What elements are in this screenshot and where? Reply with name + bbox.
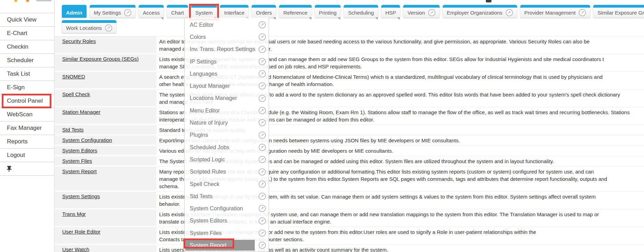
sidebar-item[interactable]: Fax Manager [0,121,54,135]
popout-arrow-icon[interactable] [259,242,266,249]
tab[interactable]: Printing [315,5,341,18]
popout-arrow-icon[interactable] [259,168,266,176]
tab[interactable]: Work Locations [62,20,116,33]
tab[interactable]: Admin [62,5,87,18]
tab[interactable]: Scheduling [344,5,378,18]
sidebar-item[interactable]: Task List [0,67,54,81]
sidebar-item[interactable]: Control Panel [0,94,54,108]
menu-item[interactable]: Layout Manager [185,80,269,92]
menu-item[interactable]: System Configuration [185,202,269,215]
pushpin-icon[interactable] [7,166,11,172]
editor-link[interactable]: Trans Mgr [62,211,86,217]
tab[interactable]: HSP [381,5,400,18]
tab[interactable]: Reference [279,5,311,18]
editor-link-cell: Std Tests [55,125,156,135]
menu-item-label: System Report [190,242,227,249]
menu-item[interactable]: Nature of Injury [185,117,269,129]
editor-link[interactable]: Std Tests [62,127,83,133]
menu-item[interactable]: Scripted Rules [185,166,269,178]
editor-link[interactable]: System Settings [62,193,100,199]
popout-arrow-icon[interactable] [259,217,266,225]
menu-item[interactable]: Inv. Trans. Report Settings [185,43,269,56]
tab-label: Provider Management [524,10,576,16]
menu-item-label: AC Editor [190,22,213,28]
sidebar-item[interactable]: Scheduler [0,54,54,67]
sidebar-item[interactable]: E-Chart [0,27,54,40]
editor-link[interactable]: SNOMED [62,74,85,79]
popout-arrow-icon[interactable] [259,229,266,237]
popout-arrow-icon[interactable] [259,180,266,188]
sidebar-item[interactable]: Checkin [0,40,54,54]
sidebar-item[interactable]: E-Sign [0,81,54,94]
table-row: Std Tests Standard tests used to assure … [55,125,644,135]
menu-item[interactable]: Plugins [185,129,269,141]
menu-item[interactable]: Locations Manager [185,92,269,104]
menu-item[interactable]: System Editors [185,215,269,227]
editor-link[interactable]: User Watch [62,246,89,252]
popout-arrow-icon[interactable] [506,9,513,16]
menu-item[interactable]: Spell Check [185,178,269,190]
tab[interactable]: Provider Management [520,5,590,18]
popout-arrow-icon[interactable] [259,58,266,65]
menu-item[interactable]: Languages [185,68,269,80]
popout-arrow-icon[interactable] [124,9,131,16]
menu-item-label: Scripted Rules [190,169,226,175]
popout-arrow-icon[interactable] [579,9,586,16]
editor-link[interactable]: Similar Exposure Groups (SEGs) [62,56,139,62]
popout-arrow-icon[interactable] [105,24,112,32]
popout-arrow-icon[interactable] [259,144,266,151]
editor-link[interactable]: Spell Check [62,91,90,97]
menu-item[interactable]: Colors [185,31,269,43]
menu-item-label: IP Settings [190,59,217,65]
editor-link[interactable]: System Editors [62,148,97,153]
popout-arrow-icon[interactable] [259,70,266,77]
popout-arrow-icon[interactable] [428,9,435,16]
editor-link[interactable]: System Configuration [62,137,112,143]
popout-arrow-icon[interactable] [259,107,266,114]
table-row: Station Manager Stations are physical lo… [55,107,644,125]
menu-item[interactable]: Scheduled Jobs [185,141,269,153]
menu-item[interactable]: Menu Editor [185,104,269,117]
tab[interactable]: Orders [252,5,276,18]
sidebar-item[interactable]: Quick View [0,13,54,27]
tab[interactable]: Version [403,5,439,18]
tab[interactable]: Chart [167,5,188,18]
dropdown-corner-icon [397,17,400,20]
popout-arrow-icon[interactable] [259,46,266,53]
editor-link-cell: System Report [55,167,156,192]
menu-item[interactable]: AC Editor [185,19,269,31]
editor-link[interactable]: Station Manager [62,109,100,115]
sidebar-item[interactable]: WebScan [0,108,54,121]
tab[interactable]: My Settings [90,5,136,18]
popout-arrow-icon[interactable] [259,82,266,90]
popout-arrow-icon[interactable] [259,119,266,126]
tab[interactable]: Access [139,5,164,18]
tab[interactable]: Interface [220,5,248,18]
menu-item[interactable]: IP Settings [185,56,269,68]
secondary-tab-bar: Work Locations [62,20,116,33]
editor-link[interactable]: System Files [62,158,92,164]
tab[interactable]: System [191,5,217,18]
menu-item[interactable]: System Files [185,227,269,239]
sidebar-item[interactable]: Logout [0,149,54,162]
tab[interactable]: Similar Exposure Groups (SEGs) [593,5,644,18]
popout-arrow-icon[interactable] [259,193,266,200]
sidebar-item[interactable]: Reports [0,135,54,149]
menu-item[interactable]: Scripted Logic [185,153,269,166]
editor-link[interactable]: System Report [62,168,97,174]
star-icon: ★ [25,0,30,4]
popout-arrow-icon[interactable] [259,132,266,139]
editor-link[interactable]: User Role Editor [62,229,100,235]
popout-arrow-icon[interactable] [259,205,266,212]
popout-arrow-icon[interactable] [259,156,266,163]
table-row: Trans Mgr Lists existing Interface Trans… [55,209,644,227]
popout-arrow-icon[interactable] [259,21,266,28]
editor-link-cell: SNOMED [55,72,156,90]
tab[interactable]: Employer Organizations [443,5,517,18]
editor-link[interactable]: Security Roles [62,38,96,44]
popout-arrow-icon[interactable] [259,33,266,41]
menu-item[interactable]: System Report [185,239,269,251]
menu-item[interactable]: Std Tests [185,190,269,202]
popout-arrow-icon[interactable] [259,95,266,102]
tab-label: Work Locations [66,25,102,31]
